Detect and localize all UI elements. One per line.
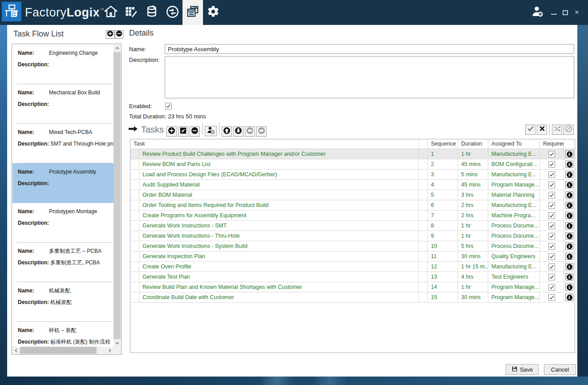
required-checkbox[interactable]: [548, 274, 555, 280]
required-checkbox[interactable]: [548, 233, 555, 239]
task-row[interactable]: Audit Supplied Material445 minsProgram M…: [130, 180, 575, 190]
task-row[interactable]: Review BOM and Parts List245 minsBOM Con…: [130, 159, 575, 170]
required-checkbox[interactable]: [548, 294, 555, 301]
info-button[interactable]: i: [565, 161, 573, 168]
nav-npi-documents[interactable]: [182, 0, 203, 25]
info-button[interactable]: i: [565, 294, 573, 301]
save-button[interactable]: Save: [506, 364, 539, 375]
nav-materials[interactable]: [142, 0, 162, 25]
task-row[interactable]: Review Product Build Challenges with Pro…: [130, 149, 575, 159]
vertical-scrollbar[interactable]: [114, 45, 121, 347]
required-checkbox[interactable]: [548, 253, 555, 260]
add-task-button[interactable]: [166, 126, 177, 137]
nav-logistics[interactable]: [162, 0, 182, 25]
info-button[interactable]: i: [565, 150, 573, 158]
check-all-button[interactable]: [525, 125, 535, 135]
required-checkbox[interactable]: [548, 171, 555, 178]
column-header-assigned-to[interactable]: Assigned To: [488, 139, 540, 149]
required-checkbox[interactable]: [548, 212, 555, 219]
required-checkbox[interactable]: [548, 243, 555, 250]
info-button[interactable]: i: [565, 232, 573, 239]
required-checkbox[interactable]: [548, 151, 555, 158]
remove-task-button[interactable]: [190, 126, 200, 137]
column-header-duration[interactable]: Duration: [458, 139, 488, 149]
task-flow-item[interactable]: Name:Mechanical Box BuildDescription:: [12, 84, 114, 124]
task-flow-item[interactable]: Name:Prototype AssemblyDescription:: [12, 163, 114, 203]
nav-settings[interactable]: [203, 0, 223, 25]
vertical-scroll-thumb[interactable]: [114, 52, 121, 339]
task-flow-item[interactable]: Name:多重制造工艺 – PCBADescription:多重制造工艺, PC…: [12, 243, 114, 282]
name-field[interactable]: [165, 44, 574, 54]
clear-tasks-button[interactable]: [564, 125, 574, 135]
task-flow-item[interactable]: Name:样机 – 装配Description:标准样机 (装配) 制作流程: [12, 322, 114, 347]
info-button[interactable]: i: [565, 181, 573, 188]
info-cell: i: [564, 159, 575, 169]
assign-person-button[interactable]: [205, 126, 217, 136]
maximize-button[interactable]: [562, 9, 569, 16]
task-row[interactable]: Create Programs for Assembly Equipment72…: [130, 211, 575, 221]
required-checkbox[interactable]: [548, 161, 555, 168]
shuffle-tasks-button[interactable]: [552, 125, 562, 135]
add-task-flow-button[interactable]: [106, 30, 114, 39]
column-header-required[interactable]: Required: [540, 139, 564, 149]
task-row[interactable]: Coordinate Build Date with Customer1530 …: [130, 292, 575, 303]
info-button[interactable]: i: [565, 284, 573, 291]
move-right-button[interactable]: [256, 126, 267, 137]
info-button[interactable]: i: [565, 243, 573, 250]
remove-task-flow-button[interactable]: [115, 30, 123, 39]
main-nav: [101, 0, 223, 25]
info-button[interactable]: i: [565, 191, 573, 199]
item-description-label: Description:: [18, 101, 49, 107]
scroll-up-icon[interactable]: [114, 45, 121, 52]
task-row[interactable]: Load and Process Design Files (ECAD/MCAD…: [130, 170, 575, 180]
insert-task-button[interactable]: [178, 126, 188, 137]
task-flow-item[interactable]: Name:Engineering ChangeDescription:: [12, 45, 114, 84]
info-button[interactable]: i: [565, 212, 573, 219]
info-button[interactable]: i: [565, 253, 573, 260]
horizontal-scroll-thumb[interactable]: [20, 347, 97, 354]
info-button[interactable]: i: [565, 202, 573, 209]
scroll-left-icon[interactable]: [12, 347, 20, 354]
move-up-button[interactable]: [222, 126, 232, 137]
info-button[interactable]: i: [565, 222, 573, 229]
scroll-right-icon[interactable]: [106, 347, 114, 354]
required-checkbox[interactable]: [548, 182, 555, 188]
column-header-sequence[interactable]: Sequence: [428, 139, 458, 149]
uncheck-all-button[interactable]: [537, 125, 547, 135]
task-row[interactable]: Generate Work Instructions - Thru-Hole91…: [130, 231, 575, 241]
required-checkbox[interactable]: [548, 284, 555, 291]
description-field[interactable]: [165, 56, 574, 98]
minimize-button[interactable]: [550, 9, 557, 16]
info-button[interactable]: i: [565, 273, 573, 280]
move-left-button[interactable]: [245, 126, 255, 137]
cancel-button[interactable]: Cancel: [544, 364, 576, 375]
task-flow-item[interactable]: Name:Prototypen MontageDescription:: [12, 203, 114, 243]
info-button[interactable]: i: [565, 263, 573, 270]
enabled-checkbox[interactable]: [165, 103, 172, 109]
required-checkbox[interactable]: [548, 202, 555, 209]
horizontal-scrollbar[interactable]: [12, 347, 121, 354]
close-button[interactable]: ×: [573, 9, 580, 16]
task-row[interactable]: Generate Inspection Plan1130 minsQuality…: [130, 251, 575, 262]
task-row[interactable]: Review Build Plan and Known Material Sho…: [130, 282, 575, 292]
task-cell: Generate Inspection Plan: [139, 251, 419, 261]
required-checkbox[interactable]: [548, 192, 555, 199]
user-logout-button[interactable]: [531, 0, 545, 25]
nav-home[interactable]: [101, 0, 121, 25]
row-header: [130, 200, 139, 210]
task-flow-item[interactable]: Name:Mixed Tech-PCBADescription:SMT and …: [12, 124, 114, 163]
task-row[interactable]: Create Oven Profile121 hr 15 m...Manufac…: [130, 262, 575, 272]
required-checkbox[interactable]: [548, 223, 555, 229]
nav-production-definitions[interactable]: [121, 0, 142, 25]
scroll-down-icon[interactable]: [114, 340, 121, 347]
move-down-button[interactable]: [233, 126, 243, 137]
task-row[interactable]: Generate Work Instructions - SMT81 hrPro…: [130, 221, 575, 231]
task-row[interactable]: Generate Work Instructions - System Buil…: [130, 241, 575, 251]
column-header-task[interactable]: Task: [130, 139, 419, 149]
task-row[interactable]: Order BOM Material53 hrsMaterial Plannin…: [130, 190, 575, 200]
required-checkbox[interactable]: [548, 263, 555, 270]
task-flow-item[interactable]: Name:机械装配Description:机械装配: [12, 282, 114, 322]
task-row[interactable]: Generate Test Plan134 hrsTest Engineersi: [130, 272, 575, 282]
info-button[interactable]: i: [565, 171, 573, 178]
task-row[interactable]: Order Tooling and Items Required for Pro…: [130, 200, 575, 211]
